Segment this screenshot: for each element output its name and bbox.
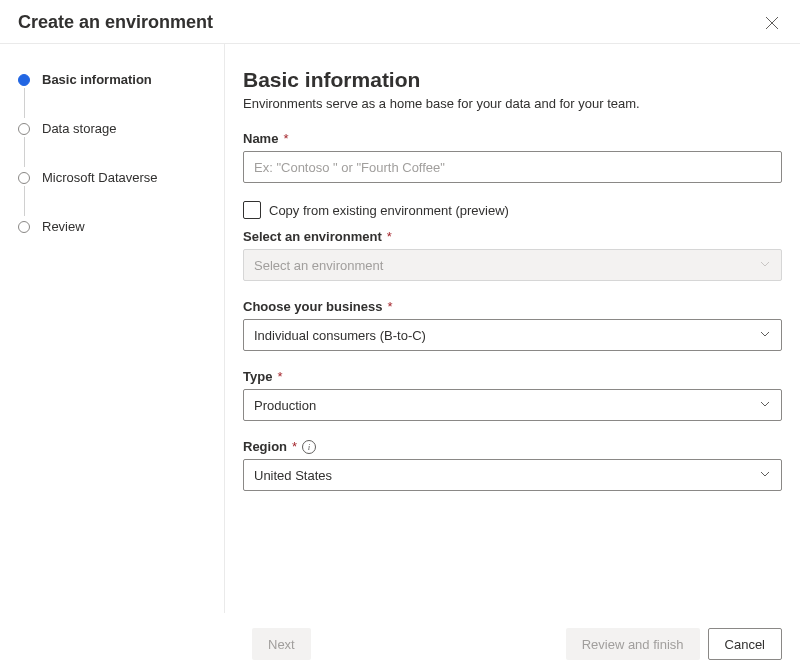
copy-existing-checkbox[interactable] xyxy=(243,201,261,219)
region-dropdown[interactable]: United States xyxy=(243,459,782,491)
select-environment-label: Select an environment* xyxy=(243,229,782,244)
wizard-steps: Basic information Data storage Microsoft… xyxy=(0,44,225,613)
business-label: Choose your business* xyxy=(243,299,782,314)
step-dot-icon xyxy=(18,221,30,233)
chevron-down-icon xyxy=(759,328,771,343)
info-icon[interactable]: i xyxy=(302,440,316,454)
chevron-down-icon xyxy=(759,258,771,273)
step-data-storage[interactable]: Data storage xyxy=(18,121,214,170)
chevron-down-icon xyxy=(759,398,771,413)
step-label: Review xyxy=(42,219,85,234)
chevron-down-icon xyxy=(759,468,771,483)
step-basic-information[interactable]: Basic information xyxy=(18,72,214,121)
next-button: Next xyxy=(252,628,311,660)
page-subheading: Environments serve as a home base for yo… xyxy=(243,96,782,111)
name-label: Name* xyxy=(243,131,782,146)
step-label: Basic information xyxy=(42,72,152,87)
business-dropdown[interactable]: Individual consumers (B-to-C) xyxy=(243,319,782,351)
step-label: Data storage xyxy=(42,121,116,136)
select-environment-dropdown: Select an environment xyxy=(243,249,782,281)
step-review[interactable]: Review xyxy=(18,219,214,234)
step-microsoft-dataverse[interactable]: Microsoft Dataverse xyxy=(18,170,214,219)
step-dot-icon xyxy=(18,172,30,184)
copy-existing-label: Copy from existing environment (preview) xyxy=(269,203,509,218)
close-icon[interactable] xyxy=(762,13,782,33)
type-label: Type* xyxy=(243,369,782,384)
step-label: Microsoft Dataverse xyxy=(42,170,158,185)
review-finish-button: Review and finish xyxy=(566,628,700,660)
type-dropdown[interactable]: Production xyxy=(243,389,782,421)
main-panel: Basic information Environments serve as … xyxy=(225,44,800,613)
step-dot-icon xyxy=(18,74,30,86)
step-dot-icon xyxy=(18,123,30,135)
name-input[interactable] xyxy=(243,151,782,183)
page-heading: Basic information xyxy=(243,68,782,92)
region-label: Region* i xyxy=(243,439,782,454)
cancel-button[interactable]: Cancel xyxy=(708,628,782,660)
dialog-title: Create an environment xyxy=(18,12,213,33)
footer: Next Review and finish Cancel xyxy=(0,616,800,672)
